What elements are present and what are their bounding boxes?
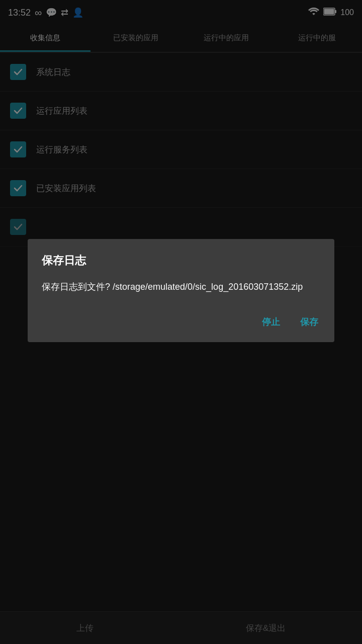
dialog-cancel-button[interactable]: 停止 bbox=[260, 312, 282, 332]
dialog-buttons: 停止 保存 bbox=[42, 312, 320, 332]
dialog-confirm-button[interactable]: 保存 bbox=[298, 312, 320, 332]
dialog-message: 保存日志到文件? /storage/emulated/0/sic_log_201… bbox=[42, 280, 320, 294]
save-log-dialog: 保存日志 保存日志到文件? /storage/emulated/0/sic_lo… bbox=[28, 239, 334, 342]
dialog-title: 保存日志 bbox=[42, 253, 320, 268]
